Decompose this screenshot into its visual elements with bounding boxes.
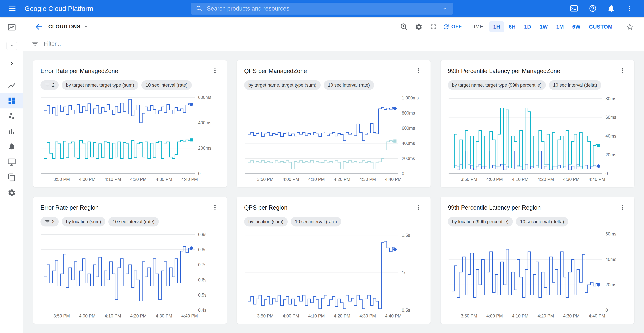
svg-text:600ms: 600ms [402, 126, 415, 131]
rail-item-settings[interactable] [0, 185, 23, 200]
filter-count-chip[interactable]: 2 [40, 217, 59, 227]
more-vertical-icon[interactable] [626, 4, 633, 13]
fullscreen-icon[interactable] [427, 21, 439, 33]
svg-text:4:40 PM: 4:40 PM [385, 177, 402, 182]
cloud-shell-icon[interactable] [570, 4, 578, 13]
svg-text:4:30 PM: 4:30 PM [156, 314, 172, 319]
chip-row: by target name, target type (99th percen… [448, 80, 627, 90]
aggregation-chip[interactable]: by location (99th percentile) [448, 217, 513, 227]
dashboard-toolbar: CLOUD DNS OFF TIME [24, 17, 644, 36]
time-range-1h[interactable]: 1H [490, 21, 504, 32]
chip-row: by location (99th percentile)10 sec inte… [448, 217, 627, 227]
rail-item-groups[interactable] [0, 108, 23, 124]
back-button[interactable] [33, 21, 44, 32]
chart-title: Error Rate per Region [40, 204, 98, 211]
time-range-custom[interactable]: CUSTOM [585, 21, 616, 32]
groups-scatter-icon [8, 112, 16, 120]
svg-text:4:30 PM: 4:30 PM [563, 177, 580, 182]
filter-funnel-icon [45, 219, 50, 224]
chart-more-icon[interactable] [618, 66, 627, 75]
svg-text:400ms: 400ms [402, 141, 415, 146]
svg-text:0.6s: 0.6s [198, 278, 206, 283]
monitoring-logo-icon[interactable] [0, 17, 23, 37]
refresh-icon [442, 23, 450, 30]
filter-count-chip[interactable]: 2 [40, 80, 59, 90]
notifications-bell-icon[interactable] [607, 4, 615, 13]
aggregation-chip[interactable]: 10 sec interval (rate) [324, 80, 374, 90]
aggregation-chip[interactable]: by location (sum) [244, 217, 288, 227]
svg-text:3:50 PM: 3:50 PM [461, 314, 477, 319]
dashboard-grid: Error Rate per ManagedZone 2by target na… [24, 51, 644, 333]
auto-refresh-button[interactable]: OFF [442, 23, 462, 30]
rail-item-services[interactable] [0, 124, 23, 139]
line-chart-icon [8, 81, 16, 90]
pages-copy-icon [8, 173, 16, 182]
aggregation-chip[interactable]: 10 sec interval (delta) [516, 217, 568, 227]
time-range-1w[interactable]: 1W [536, 21, 552, 32]
time-range-1m[interactable]: 1M [552, 21, 568, 32]
settings-gear-icon[interactable] [412, 21, 425, 33]
svg-text:4:20 PM: 4:20 PM [334, 314, 350, 319]
query-time-icon[interactable] [398, 21, 410, 33]
time-range-6h[interactable]: 6H [505, 21, 520, 32]
chevron-right-icon [8, 60, 15, 67]
chart-title: QPS per ManagedZone [244, 68, 307, 74]
svg-text:4:40 PM: 4:40 PM [385, 314, 402, 319]
aggregation-chip[interactable]: 10 sec interval (rate) [291, 217, 341, 227]
star-icon[interactable] [624, 21, 636, 32]
aggregation-chip[interactable]: by location (sum) [62, 217, 105, 227]
chart-more-icon[interactable] [414, 66, 423, 75]
search-input[interactable] [207, 5, 442, 12]
rail-item-uptime-checks[interactable] [0, 154, 23, 170]
chart-card-error-rate-managedzone: Error Rate per ManagedZone 2by target na… [33, 60, 227, 187]
time-range-1d[interactable]: 1D [520, 21, 535, 32]
aggregation-chip[interactable]: 10 sec interval (rate) [108, 217, 159, 227]
rail-item-metrics-explorer[interactable] [0, 78, 23, 93]
svg-text:1,000ms: 1,000ms [402, 95, 419, 100]
rail-item-alerting[interactable] [0, 139, 23, 154]
aggregation-chip[interactable]: 10 sec interval (delta) [549, 80, 601, 90]
chart-more-icon[interactable] [618, 203, 627, 212]
help-icon[interactable] [589, 4, 597, 13]
rail-dropdown-button[interactable] [6, 42, 17, 50]
svg-text:4:10 PM: 4:10 PM [104, 177, 121, 182]
aggregation-chip[interactable]: 10 sec interval (rate) [141, 80, 192, 90]
svg-text:0: 0 [606, 171, 608, 176]
svg-text:0: 0 [402, 171, 404, 176]
chart-more-icon[interactable] [210, 66, 220, 75]
rail-expand-button[interactable] [8, 59, 15, 68]
svg-text:4:40 PM: 4:40 PM [589, 314, 605, 319]
chart-card-latency-managedzone: 99th Percentile Latency per ManagedZone … [440, 60, 634, 187]
aggregation-chip[interactable]: by target name, target type (99th percen… [448, 80, 546, 90]
aggregation-chip[interactable]: by target name, target type (sum) [244, 80, 321, 90]
filter-icon [32, 40, 39, 47]
filter-bar [24, 36, 644, 51]
chip-label: 10 sec interval (rate) [112, 219, 154, 224]
svg-text:4:10 PM: 4:10 PM [512, 177, 528, 182]
rail-item-dashboards[interactable] [0, 93, 23, 108]
chip-label: by location (99th percentile) [452, 219, 508, 224]
dashboard-selector[interactable]: CLOUD DNS [48, 24, 88, 30]
menu-icon[interactable] [6, 2, 18, 15]
svg-text:0: 0 [198, 171, 200, 176]
chart-more-icon[interactable] [210, 203, 220, 212]
chart-more-icon[interactable] [414, 203, 423, 212]
alerting-bell-icon [8, 143, 16, 151]
chip-row: by target name, target type (sum)10 sec … [244, 80, 423, 90]
caret-down-icon [83, 24, 88, 29]
chip-label: 10 sec interval (delta) [553, 82, 597, 88]
chart-card-latency-region: 99th Percentile Latency per Region by lo… [440, 197, 634, 324]
chip-row: 2by location (sum)10 sec interval (rate) [40, 217, 220, 227]
time-range-6w[interactable]: 6W [568, 21, 584, 32]
time-range-group: 1H6H1D1W1M6WCUSTOM [490, 21, 616, 32]
chip-label: 10 sec interval (rate) [295, 219, 337, 224]
svg-text:4:00 PM: 4:00 PM [283, 177, 299, 182]
search-bar[interactable] [191, 3, 453, 14]
aggregation-chip[interactable]: by target name, target type (sum) [62, 80, 138, 90]
filter-input[interactable] [44, 40, 636, 47]
svg-text:4:00 PM: 4:00 PM [79, 314, 96, 319]
svg-text:0.5s: 0.5s [198, 293, 206, 298]
svg-text:4:30 PM: 4:30 PM [360, 314, 376, 319]
rail-item-reports[interactable] [0, 170, 23, 185]
chevron-down-icon[interactable] [442, 5, 448, 12]
